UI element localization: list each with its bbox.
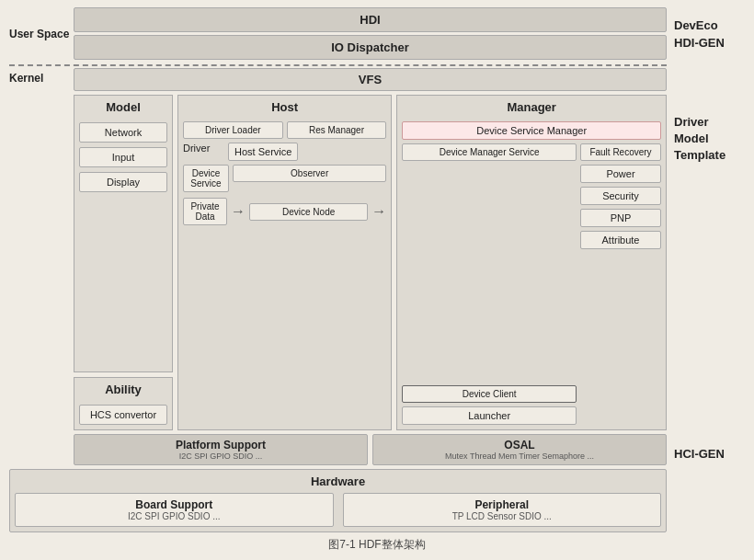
device-node-box: Device Node: [249, 203, 368, 221]
model-ability-column: Model Network Input Display Ability HCS …: [74, 95, 173, 430]
manager-title: Manager: [402, 100, 661, 114]
bottom-bars: Platform Support I2C SPI GPIO SDIO ... O…: [74, 434, 667, 465]
display-box: Display: [79, 172, 167, 192]
device-client-box: Device Client: [402, 385, 577, 403]
driver-label: Driver: [183, 143, 224, 154]
osal-subtitle: Mutex Thread Mem Timer Semaphore ...: [377, 451, 662, 461]
manager-mid: Device Manager Service Device Client Lau…: [402, 143, 661, 425]
caption: 图7-1 HDF整体架构: [9, 537, 745, 553]
host-box: Host Driver Loader Res Manager Driver Ho…: [177, 95, 392, 430]
osal-box: OSAL Mutex Thread Mem Timer Semaphore ..…: [372, 434, 667, 465]
host-device-row: Device Service Observer: [183, 165, 386, 192]
peripheral-box: Peripheral TP LCD Sensor SDIO ...: [343, 493, 662, 527]
device-service-manager-box: Device Service Manager: [402, 121, 661, 140]
ability-box: Ability HCS convertor: [74, 377, 173, 430]
kernel-content: VFS Model Network Input Display Ability: [74, 68, 667, 465]
power-box: Power: [580, 165, 661, 183]
top-bars: HDI IO Dispatcher: [74, 7, 667, 60]
private-data-box: Private Data: [183, 198, 227, 225]
ability-title: Ability: [79, 383, 167, 396]
device-manager-service-box: Device Manager Service: [402, 143, 577, 161]
hardware-row: Board Support I2C SPI GPIO SDIO ... Peri…: [15, 493, 661, 527]
driver-loader-box: Driver Loader: [183, 121, 283, 139]
model-title: Model: [79, 100, 167, 114]
platform-support-title: Platform Support: [78, 439, 363, 451]
host-bottom-row: Private Data → Device Node →: [183, 198, 386, 225]
left-labels: Kernel: [9, 68, 74, 465]
hdi-bar: HDI: [74, 7, 667, 32]
fault-recovery-box: Fault Recovery: [580, 143, 661, 161]
res-manager-box: Res Manager: [287, 121, 387, 139]
user-space-label: User Space: [9, 28, 74, 40]
osal-title: OSAL: [377, 439, 662, 451]
pnp-box: PNP: [580, 209, 661, 227]
main-layout: User Space HDI IO Dispatcher DevEco HDI-…: [0, 0, 754, 560]
right-top-labels: DevEco HDI-GEN: [667, 18, 745, 50]
board-support-title: Board Support: [20, 498, 328, 511]
board-support-box: Board Support I2C SPI GPIO SDIO ...: [15, 493, 334, 527]
kernel-section: Kernel VFS Model Network Input Display: [9, 68, 745, 465]
host-mid-row: Driver Host Service: [183, 143, 386, 161]
host-service-box: Host Service: [228, 143, 298, 161]
host-top-row: Driver Loader Res Manager: [183, 121, 386, 139]
kernel-label: Kernel: [9, 72, 74, 85]
arrow-right2-icon: →: [371, 203, 386, 220]
io-dispatcher-bar: IO Dispatcher: [74, 35, 667, 60]
input-box: Input: [79, 147, 167, 167]
network-box: Network: [79, 122, 167, 143]
hardware-title: Hardware: [15, 474, 661, 488]
observer-box: Observer: [233, 165, 386, 182]
hdi-gen-label: HDI-GEN: [674, 36, 745, 50]
deveco-label: DevEco: [674, 18, 745, 32]
host-title: Host: [183, 100, 386, 114]
hcs-convertor-box: HCS convertor: [79, 405, 167, 425]
hardware-section: Hardware Board Support I2C SPI GPIO SDIO…: [9, 469, 667, 532]
device-service-box: Device Service: [183, 165, 229, 192]
manager-box: Manager Device Service Manager Device Ma…: [396, 95, 667, 430]
vfs-bar: VFS: [74, 68, 667, 91]
manager-left-col: Device Manager Service Device Client Lau…: [402, 143, 577, 425]
top-section: User Space HDI IO Dispatcher DevEco HDI-…: [9, 7, 745, 60]
manager-right-col: Fault Recovery Power Security PNP Attrib…: [580, 143, 661, 425]
right-side-labels: Driver Model Template HCI-GEN: [667, 68, 745, 465]
platform-support-box: Platform Support I2C SPI GPIO SDIO ...: [74, 434, 368, 465]
board-support-subtitle: I2C SPI GPIO SDIO ...: [20, 511, 328, 521]
hci-gen-label: HCI-GEN: [674, 447, 745, 465]
model-box: Model Network Input Display: [74, 95, 173, 372]
main-content-row: Model Network Input Display Ability HCS …: [74, 95, 667, 430]
attribute-box: Attribute: [580, 231, 661, 249]
platform-support-subtitle: I2C SPI GPIO SDIO ...: [78, 451, 363, 461]
peripheral-subtitle: TP LCD Sensor SDIO ...: [348, 511, 657, 521]
peripheral-title: Peripheral: [348, 498, 657, 511]
launcher-box: Launcher: [402, 406, 577, 425]
arrow-right-icon: →: [231, 203, 246, 220]
security-box: Security: [580, 187, 661, 205]
dashed-separator: [9, 64, 667, 66]
driver-model-template-label: Driver Model Template: [674, 114, 745, 165]
